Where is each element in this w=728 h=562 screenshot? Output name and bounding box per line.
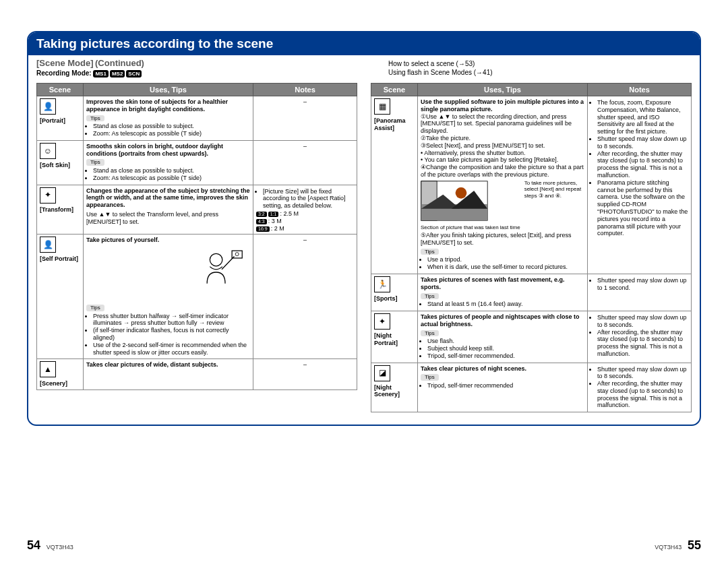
scene-name: [Night Portrait] — [374, 332, 415, 347]
uses-cell: Takes pictures of people and nightscapes… — [418, 311, 588, 363]
uses-cell: Use the supplied software to join multip… — [418, 96, 588, 274]
continued-label: (Continued) — [95, 58, 144, 68]
table-row: ◪[Night Scenery] Takes clear pictures of… — [371, 363, 692, 412]
table-row: ☺[Soft Skin] Smooths skin colors in brig… — [37, 140, 357, 185]
notes-cell: Shutter speed may slow down up to 8 seco… — [588, 311, 692, 363]
notes-cell: – — [253, 359, 357, 390]
recording-mode-label: Recording Mode: — [36, 69, 92, 77]
svg-point-6 — [456, 187, 467, 199]
uses-cell: Takes clear pictures of wide, distant su… — [84, 359, 253, 390]
flash-text: Using flash in Scene Modes (→41) — [388, 68, 685, 77]
scene-icon: ▦ — [374, 98, 390, 115]
scene-name: [Scenery] — [40, 380, 80, 387]
scene-cell: ☺[Soft Skin] — [37, 140, 84, 185]
uses-cell: Takes pictures of scenes with fast movem… — [418, 274, 588, 311]
scene-icon: ☺ — [40, 143, 56, 159]
selfie-illustration — [193, 244, 250, 301]
th-uses: Uses, Tips — [84, 84, 253, 96]
sub-header: [Scene Mode] (Continued) Recording Mode:… — [28, 55, 700, 79]
scene-cell: 🏃[Sports] — [371, 274, 418, 311]
scene-table-left: Scene Uses, Tips Notes 👤[Portrait] Impro… — [36, 83, 357, 390]
scene-icon: 👤 — [40, 237, 56, 253]
uses-cell: Changes the appearance of the subject by… — [84, 185, 253, 235]
doc-code: VQT3H43 — [47, 544, 73, 551]
table-row: ✦[Transform] Changes the appearance of t… — [37, 185, 357, 235]
notes-cell: – — [253, 235, 357, 359]
scene-cell: ✦[Night Portrait] — [371, 311, 418, 363]
uses-cell: Smooths skin colors in bright, outdoor d… — [84, 140, 253, 185]
table-row: 🏃[Sports] Takes pictures of scenes with … — [371, 274, 692, 311]
left-column: Scene Uses, Tips Notes 👤[Portrait] Impro… — [36, 83, 357, 412]
scene-cell: ▲[Scenery] — [37, 359, 84, 390]
scene-mode-label: [Scene Mode] — [36, 58, 94, 68]
scene-name: [Panorama Assist] — [374, 117, 415, 132]
scene-icon: 👤 — [40, 98, 56, 115]
uses-cell: Take pictures of yourself.TipsPress shut… — [84, 235, 253, 359]
page-num-left: 54 — [27, 538, 40, 552]
page-title: Taking pictures according to the scene — [28, 32, 700, 55]
th-uses: Uses, Tips — [418, 84, 588, 96]
page-num-right: 55 — [688, 538, 701, 552]
th-scene: Scene — [37, 84, 84, 96]
scene-icon: ✦ — [40, 187, 56, 204]
scene-name: [Soft Skin] — [40, 162, 80, 169]
recording-mode: Recording Mode: MS1MS2SCN — [36, 69, 144, 77]
notes-cell: Shutter speed may slow down up to 1 seco… — [588, 274, 692, 311]
scene-icon: ◪ — [374, 365, 390, 381]
notes-cell: Shutter speed may slow down up to 8 seco… — [588, 363, 692, 412]
th-scene: Scene — [371, 84, 418, 96]
footer: 54 VQT3H43 VQT3H43 55 — [27, 538, 701, 553]
subhead-right: How to select a scene (→53) Using flash … — [388, 58, 692, 77]
doc-code: VQT3H43 — [655, 544, 681, 551]
mode-chip: MS1 — [93, 70, 108, 77]
content-frame: Taking pictures according to the scene [… — [27, 31, 701, 426]
table-row: ✦[Night Portrait] Takes pictures of peop… — [371, 311, 692, 363]
table-row: ▲[Scenery] Takes clear pictures of wide,… — [37, 359, 357, 390]
scene-cell: 👤[Portrait] — [37, 96, 84, 141]
howto-text: How to select a scene (→53) — [388, 59, 685, 68]
scene-name: [Self Portrait] — [40, 255, 80, 263]
table-row: 👤[Self Portrait] Take pictures of yourse… — [37, 235, 357, 359]
scene-cell: ◪[Night Scenery] — [371, 363, 418, 412]
scene-icon: 🏃 — [374, 276, 390, 292]
scene-cell: ✦[Transform] — [37, 185, 84, 235]
notes-cell: The focus, zoom, Exposure Compensation, … — [588, 96, 692, 274]
right-column: Scene Uses, Tips Notes ▦[Panorama Assist… — [371, 83, 692, 412]
uses-cell: Improves the skin tone of subjects for a… — [84, 96, 253, 141]
subhead-left: [Scene Mode] (Continued) Recording Mode:… — [36, 58, 144, 77]
scene-name: [Transform] — [40, 206, 80, 214]
scene-name: [Sports] — [374, 295, 415, 303]
panorama-illustration — [421, 180, 488, 222]
table-row: 👤[Portrait] Improves the skin tone of su… — [37, 96, 357, 141]
svg-point-0 — [210, 253, 222, 266]
notes-cell: – — [253, 96, 357, 141]
svg-point-2 — [235, 253, 239, 256]
scene-icon: ✦ — [374, 313, 390, 330]
mode-chip: MS2 — [110, 70, 125, 77]
scene-name: [Portrait] — [40, 117, 80, 125]
scene-table-right: Scene Uses, Tips Notes ▦[Panorama Assist… — [371, 83, 692, 412]
page: Taking pictures according to the scene [… — [0, 0, 728, 562]
scene-name: [Night Scenery] — [374, 384, 415, 399]
notes-cell: [Picture Size] will be fixed according t… — [253, 185, 357, 235]
th-notes: Notes — [253, 84, 357, 96]
notes-cell: – — [253, 140, 357, 185]
columns: Scene Uses, Tips Notes 👤[Portrait] Impro… — [28, 79, 700, 425]
scene-cell: ▦[Panorama Assist] — [371, 96, 418, 274]
th-notes: Notes — [588, 84, 692, 96]
mode-chip: SCN — [126, 70, 142, 77]
scene-icon: ▲ — [40, 361, 56, 377]
table-row: ▦[Panorama Assist] Use the supplied soft… — [371, 96, 692, 274]
scene-cell: 👤[Self Portrait] — [37, 235, 84, 359]
uses-cell: Takes clear pictures of night scenes.Tip… — [418, 363, 588, 412]
